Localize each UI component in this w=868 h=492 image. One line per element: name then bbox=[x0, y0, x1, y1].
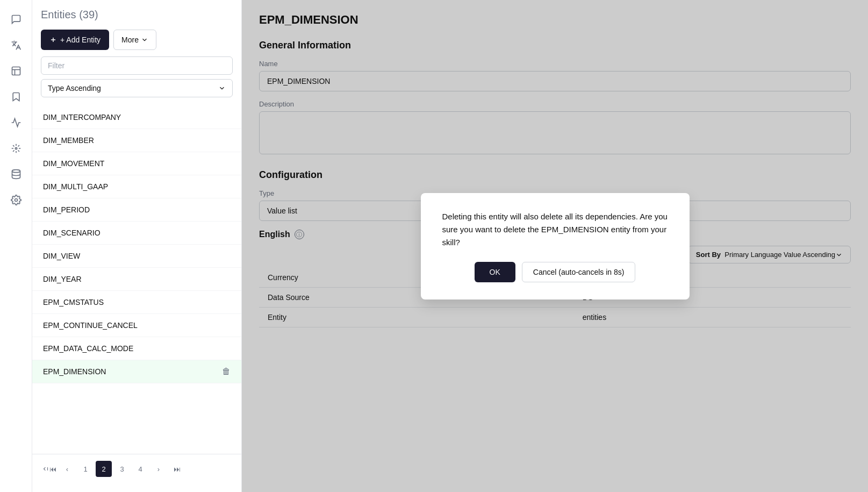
more-button[interactable]: More bbox=[113, 30, 156, 50]
list-item[interactable]: DIM_MULTI_GAAP 🗑 bbox=[32, 175, 241, 198]
first-page-button[interactable]: ⏮ bbox=[41, 461, 57, 477]
svg-rect-0 bbox=[12, 67, 20, 75]
sidebar bbox=[0, 0, 32, 492]
dialog-box: Deleting this entity will also delete al… bbox=[421, 193, 690, 300]
pagination: ⏮ ‹ 1 2 3 4 › ⏭ bbox=[32, 454, 241, 483]
dialog-overlay: Deleting this entity will also delete al… bbox=[242, 0, 868, 492]
list-item[interactable]: EPM_DATA_CALC_MODE 🗑 bbox=[32, 337, 241, 360]
svg-point-4 bbox=[12, 170, 20, 173]
list-item[interactable]: DIM_MEMBER 🗑 bbox=[32, 129, 241, 152]
chart-icon-btn[interactable] bbox=[5, 112, 27, 133]
bookmark-icon-btn[interactable] bbox=[5, 86, 27, 108]
entity-panel-header: Entities (39) + Add Entity More Type Asc… bbox=[32, 9, 241, 104]
delete-icon[interactable]: 🗑 bbox=[222, 367, 231, 376]
settings-icon-btn[interactable] bbox=[5, 189, 27, 211]
filter-input[interactable] bbox=[41, 56, 233, 75]
page-1-button[interactable]: 1 bbox=[77, 461, 94, 477]
svg-point-3 bbox=[15, 147, 17, 149]
dialog-actions: OK Cancel (auto-cancels in 8s) bbox=[442, 262, 668, 282]
database-icon-btn[interactable] bbox=[5, 163, 27, 185]
entity-list: DIM_INTERCOMPANY 🗑 DIM_MEMBER 🗑 DIM_MOVE… bbox=[32, 106, 241, 454]
stream-icon-btn[interactable] bbox=[5, 138, 27, 159]
list-item[interactable]: DIM_PERIOD 🗑 bbox=[32, 198, 241, 222]
entity-panel: Entities (39) + Add Entity More Type Asc… bbox=[32, 0, 242, 492]
list-item-active[interactable]: EPM_DIMENSION 🗑 bbox=[32, 360, 241, 383]
list-item[interactable]: DIM_MOVEMENT 🗑 bbox=[32, 152, 241, 175]
list-item[interactable]: EPM_CONTINUE_CANCEL 🗑 bbox=[32, 314, 241, 337]
ok-button[interactable]: OK bbox=[475, 262, 515, 282]
chat-icon-btn[interactable] bbox=[5, 9, 27, 30]
list-item[interactable]: DIM_INTERCOMPANY 🗑 bbox=[32, 106, 241, 129]
next-page-button[interactable]: › bbox=[150, 461, 167, 477]
last-page-button[interactable]: ⏭ bbox=[169, 461, 185, 477]
entity-panel-actions: + Add Entity More bbox=[41, 30, 233, 50]
add-entity-button[interactable]: + Add Entity bbox=[41, 30, 109, 50]
page-2-button[interactable]: 2 bbox=[96, 461, 112, 477]
cancel-auto-button[interactable]: Cancel (auto-cancels in 8s) bbox=[522, 262, 636, 282]
sort-dropdown[interactable]: Type Ascending bbox=[41, 79, 233, 97]
list-item[interactable]: DIM_SCENARIO 🗑 bbox=[32, 222, 241, 245]
feedback-icon-btn[interactable] bbox=[5, 60, 27, 82]
svg-point-5 bbox=[15, 199, 17, 202]
prev-page-button[interactable]: ‹ bbox=[59, 461, 75, 477]
page-3-button[interactable]: 3 bbox=[114, 461, 130, 477]
list-item[interactable]: DIM_YEAR 🗑 bbox=[32, 268, 241, 291]
dialog-message: Deleting this entity will also delete al… bbox=[442, 210, 668, 249]
page-4-button[interactable]: 4 bbox=[132, 461, 148, 477]
translate-icon-btn[interactable] bbox=[5, 34, 27, 56]
main-content: EPM_DIMENSION General Information Name D… bbox=[242, 0, 868, 492]
entity-panel-title: Entities (39) bbox=[41, 9, 233, 21]
list-item[interactable]: DIM_VIEW 🗑 bbox=[32, 245, 241, 268]
list-item[interactable]: EPM_CMSTATUS 🗑 bbox=[32, 291, 241, 314]
